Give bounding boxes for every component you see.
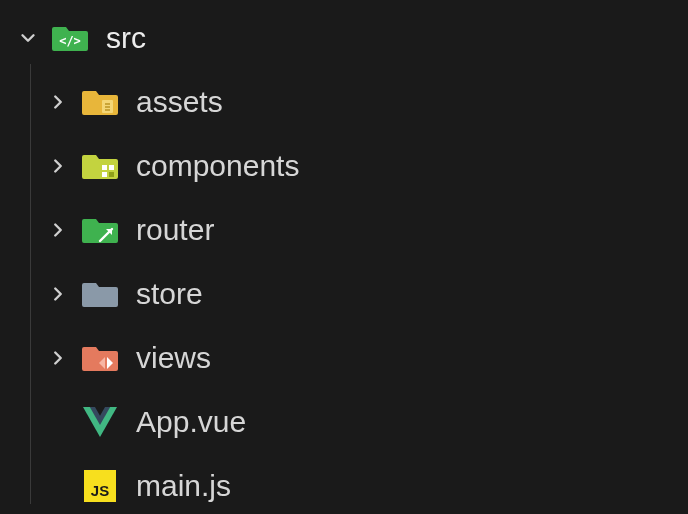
tree-item-label: main.js bbox=[136, 469, 231, 503]
assets-folder-icon bbox=[82, 84, 118, 120]
views-folder-icon bbox=[82, 340, 118, 376]
svg-rect-7 bbox=[102, 172, 107, 177]
chevron-down-icon[interactable] bbox=[14, 24, 42, 52]
tree-item-label: App.vue bbox=[136, 405, 246, 439]
svg-text:JS: JS bbox=[91, 482, 109, 499]
vue-file-icon bbox=[82, 404, 118, 440]
src-folder-icon: </> bbox=[52, 20, 88, 56]
tree-item-label: store bbox=[136, 277, 203, 311]
indent-guide bbox=[30, 64, 31, 504]
tree-item-views[interactable]: views bbox=[0, 326, 688, 390]
tree-item-label: components bbox=[136, 149, 299, 183]
svg-rect-6 bbox=[109, 165, 114, 170]
chevron-right-icon[interactable] bbox=[44, 344, 72, 372]
tree-item-components[interactable]: components bbox=[0, 134, 688, 198]
tree-item-assets[interactable]: assets bbox=[0, 70, 688, 134]
tree-item-label: src bbox=[106, 21, 146, 55]
components-folder-icon bbox=[82, 148, 118, 184]
js-file-icon: JS bbox=[82, 468, 118, 504]
tree-item-src[interactable]: </> src bbox=[0, 6, 688, 70]
svg-text:</>: </> bbox=[59, 34, 81, 48]
tree-item-label: assets bbox=[136, 85, 223, 119]
router-folder-icon bbox=[82, 212, 118, 248]
tree-item-label: views bbox=[136, 341, 211, 375]
tree-item-store[interactable]: store bbox=[0, 262, 688, 326]
chevron-right-icon[interactable] bbox=[44, 88, 72, 116]
file-tree: </> src assets bbox=[0, 0, 688, 514]
svg-rect-5 bbox=[102, 165, 107, 170]
tree-item-router[interactable]: router bbox=[0, 198, 688, 262]
tree-item-label: router bbox=[136, 213, 214, 247]
chevron-right-icon[interactable] bbox=[44, 216, 72, 244]
svg-rect-8 bbox=[109, 172, 114, 177]
store-folder-icon bbox=[82, 276, 118, 312]
tree-item-main-js[interactable]: JS main.js bbox=[0, 454, 688, 514]
chevron-right-icon[interactable] bbox=[44, 152, 72, 180]
tree-item-app-vue[interactable]: App.vue bbox=[0, 390, 688, 454]
chevron-right-icon[interactable] bbox=[44, 280, 72, 308]
